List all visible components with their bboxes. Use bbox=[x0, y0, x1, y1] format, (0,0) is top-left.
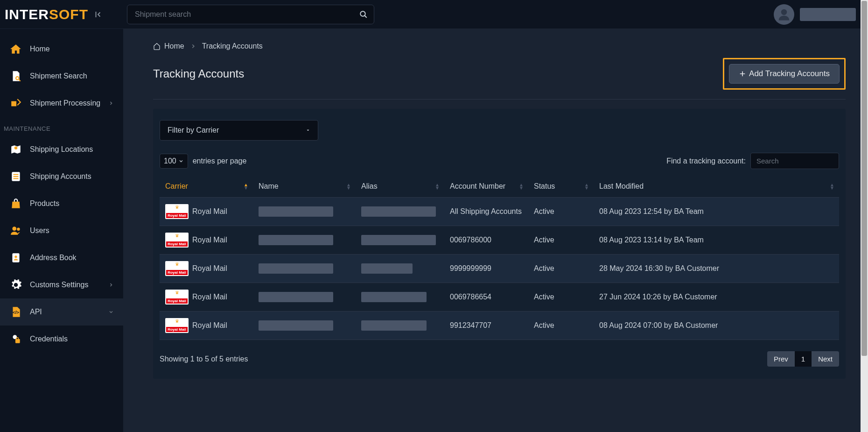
sidebar-item-customs-settings[interactable]: Customs Settings bbox=[0, 271, 123, 298]
book-icon bbox=[9, 251, 22, 264]
prev-button[interactable]: Prev bbox=[767, 351, 795, 367]
sort-icon: ▲▼ bbox=[435, 183, 440, 190]
next-button[interactable]: Next bbox=[812, 351, 839, 367]
status: Active bbox=[528, 312, 594, 340]
alias-redacted bbox=[361, 320, 427, 331]
sidebar-item-label: Shipment Search bbox=[30, 72, 87, 80]
status: Active bbox=[528, 255, 594, 283]
table-controls: 100 entries per page Find a tracking acc… bbox=[153, 153, 846, 176]
global-search bbox=[127, 5, 374, 24]
sidebar-collapse-icon[interactable] bbox=[94, 10, 102, 19]
col-last-modified[interactable]: Last Modified ▲▼ bbox=[594, 176, 839, 198]
table-row[interactable]: ♛ Royal Mail Royal Mail All Shipping Acc… bbox=[160, 198, 839, 226]
svg-rect-3 bbox=[11, 101, 16, 106]
content-card: Filter by Carrier 100 entries per pa bbox=[153, 109, 846, 379]
carrier-name: Royal Mail bbox=[192, 207, 227, 216]
last-modified: 08 Aug 2023 12:54 by BA Team bbox=[594, 198, 839, 226]
scrollbar[interactable] bbox=[861, 0, 868, 432]
plus-icon bbox=[739, 70, 746, 78]
sidebar-item-shipment-search[interactable]: Shipment Search bbox=[0, 63, 123, 90]
sidebar-item-users[interactable]: Users bbox=[0, 217, 123, 244]
alias-redacted bbox=[361, 292, 427, 302]
col-account-number[interactable]: Account Number ▲▼ bbox=[444, 176, 528, 198]
search-input[interactable] bbox=[127, 5, 374, 24]
royal-mail-logo: ♛ Royal Mail bbox=[165, 290, 189, 305]
sidebar-item-address-book[interactable]: Address Book bbox=[0, 244, 123, 271]
process-icon bbox=[9, 97, 22, 110]
sidebar-item-label: Home bbox=[30, 45, 50, 53]
account-number: 0069786000 bbox=[444, 226, 528, 255]
find-input[interactable] bbox=[750, 153, 839, 169]
sidebar-item-shipping-locations[interactable]: Shipping Locations bbox=[0, 136, 123, 163]
sidebar-item-label: Address Book bbox=[30, 254, 77, 262]
col-carrier[interactable]: Carrier ▲▼ bbox=[160, 176, 253, 198]
topbar: INTERSOFT bbox=[0, 0, 868, 29]
svg-rect-7 bbox=[14, 176, 19, 177]
table-row[interactable]: ♛ Royal Mail Royal Mail 9999999999Active… bbox=[160, 255, 839, 283]
sidebar-item-home[interactable]: Home bbox=[0, 35, 123, 63]
svg-point-9 bbox=[12, 227, 16, 231]
chevron-down-icon bbox=[178, 158, 184, 164]
gear-icon bbox=[9, 278, 22, 291]
page-number[interactable]: 1 bbox=[795, 351, 812, 367]
royal-mail-logo: ♛ Royal Mail bbox=[165, 204, 189, 219]
name-redacted bbox=[259, 235, 333, 245]
sidebar-item-api[interactable]: </> API bbox=[0, 298, 123, 326]
list-icon bbox=[9, 170, 22, 183]
royal-mail-logo: ♛ Royal Mail bbox=[165, 261, 189, 276]
entries-select[interactable]: 100 bbox=[160, 154, 188, 169]
sort-icon: ▲▼ bbox=[830, 183, 834, 190]
sidebar-item-label: Users bbox=[30, 227, 49, 235]
search-icon[interactable] bbox=[359, 10, 368, 19]
col-alias[interactable]: Alias ▲▼ bbox=[356, 176, 444, 198]
col-status[interactable]: Status ▲▼ bbox=[528, 176, 594, 198]
scrollbar-thumb[interactable] bbox=[861, 1, 867, 356]
page-title: Tracking Accounts bbox=[153, 67, 244, 80]
status: Active bbox=[528, 283, 594, 312]
last-modified: 27 Jun 2024 10:26 by BA Customer bbox=[594, 283, 839, 312]
table-row[interactable]: ♛ Royal Mail Royal Mail 0069786654Active… bbox=[160, 283, 839, 312]
table-row[interactable]: ♛ Royal Mail Royal Mail 9912347707Active… bbox=[160, 312, 839, 340]
carrier-cell: ♛ Royal Mail Royal Mail bbox=[165, 318, 247, 333]
sidebar-item-label: Shipment Processing bbox=[30, 99, 100, 107]
alias-redacted bbox=[361, 235, 436, 245]
sidebar-item-shipment-processing[interactable]: Shipment Processing bbox=[0, 90, 123, 117]
filter-label: Filter by Carrier bbox=[168, 126, 219, 135]
breadcrumb: Home Tracking Accounts bbox=[153, 42, 846, 50]
breadcrumb-home-label: Home bbox=[164, 42, 184, 50]
sidebar-item-label: Products bbox=[30, 199, 59, 208]
add-tracking-accounts-button[interactable]: Add Tracking Accounts bbox=[729, 64, 840, 84]
carrier-cell: ♛ Royal Mail Royal Mail bbox=[165, 290, 247, 305]
account-number: All Shipping Accounts bbox=[444, 198, 528, 226]
sidebar-item-credentials[interactable]: Credentials bbox=[0, 326, 123, 353]
table-row[interactable]: ♛ Royal Mail Royal Mail 0069786000Active… bbox=[160, 226, 839, 255]
svg-point-4 bbox=[14, 147, 18, 150]
sidebar-item-label: API bbox=[30, 308, 42, 316]
carrier-name: Royal Mail bbox=[192, 236, 227, 244]
sidebar-item-label: Shipping Locations bbox=[30, 145, 93, 154]
username-redacted bbox=[800, 8, 856, 21]
code-icon: </> bbox=[9, 305, 22, 319]
name-redacted bbox=[259, 263, 333, 274]
page-header: Tracking Accounts Add Tracking Accounts bbox=[153, 58, 846, 99]
sort-icon: ▲▼ bbox=[346, 183, 351, 190]
carrier-cell: ♛ Royal Mail Royal Mail bbox=[165, 204, 247, 219]
svg-text:</>: </> bbox=[13, 310, 19, 315]
sidebar-item-shipping-accounts[interactable]: Shipping Accounts bbox=[0, 163, 123, 190]
sort-icon: ▲▼ bbox=[244, 183, 248, 190]
carrier-name: Royal Mail bbox=[192, 293, 227, 301]
map-pin-icon bbox=[9, 143, 22, 156]
last-modified: 08 Aug 2023 13:14 by BA Team bbox=[594, 226, 839, 255]
sidebar-item-products[interactable]: Products bbox=[0, 190, 123, 217]
filter-by-carrier-dropdown[interactable]: Filter by Carrier bbox=[160, 120, 318, 141]
breadcrumb-home[interactable]: Home bbox=[153, 42, 184, 50]
col-name[interactable]: Name ▲▼ bbox=[253, 176, 356, 198]
carrier-name: Royal Mail bbox=[192, 264, 227, 273]
bag-icon bbox=[9, 197, 22, 210]
chevron-right-icon bbox=[190, 43, 196, 50]
chevron-right-icon bbox=[108, 100, 114, 106]
royal-mail-logo: ♛ Royal Mail bbox=[165, 318, 189, 333]
account-number: 9999999999 bbox=[444, 255, 528, 283]
user-area[interactable] bbox=[774, 4, 861, 25]
svg-rect-15 bbox=[15, 339, 20, 343]
